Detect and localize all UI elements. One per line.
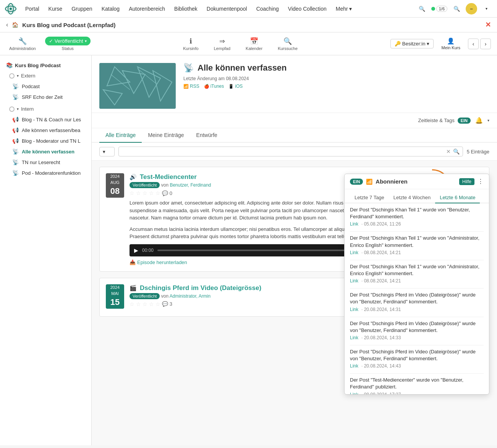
notif-link-5[interactable]: Link	[350, 363, 358, 369]
back-button[interactable]: ‹	[6, 21, 8, 28]
entries-count: 5 Einträge	[467, 149, 489, 155]
administration-button[interactable]: 🔧 Administration	[6, 35, 39, 52]
notif-toggle-pill[interactable]: EIN	[350, 179, 363, 185]
notif-link-1[interactable]: Link	[350, 250, 358, 255]
notif-link-3[interactable]: Link	[350, 307, 358, 312]
post-2-title[interactable]: Dschingis Pferd im Video (Dateigrösse)	[140, 284, 261, 292]
user-avatar[interactable]: –	[466, 3, 477, 15]
post2-star-4[interactable]: ☆	[149, 301, 154, 307]
notif-help-button[interactable]: Hilfe	[459, 178, 474, 185]
itunes-link[interactable]: 🍎 iTunes	[204, 84, 224, 89]
kurssuche-icon: 🔍	[283, 37, 292, 45]
star-3[interactable]: ☆	[142, 190, 147, 196]
podcast-info: 📡 Alle können verfassen Letzte Änderung …	[183, 63, 489, 89]
toggle-switch[interactable]: EIN	[458, 118, 471, 124]
post2-star-1[interactable]: ☆	[130, 301, 134, 307]
status-button[interactable]: ✓ Veröffentlicht ▾ Status	[45, 37, 91, 51]
star-5[interactable]: ☆	[155, 190, 160, 196]
sidebar-section-extern: ▾ Extern 📡 Podcast 📡 SRF Echo der Zeit	[0, 71, 91, 102]
post-1-author-link[interactable]: Benutzer, Ferdinand	[170, 182, 211, 188]
sidebar-item-blog-tn[interactable]: 📢 Blog - TN & Coach nur Les	[0, 114, 91, 125]
notification-item-4: Der Post "Dschingis Pferd im Video (Date…	[350, 320, 484, 340]
sidebar-item-srf[interactable]: 📡 SRF Echo der Zeit	[0, 92, 91, 102]
post-1-status-badge: Veröffentlicht	[130, 182, 160, 188]
notif-link-row-6: Link · 08.08.2024, 17:27	[350, 392, 484, 394]
sidebar-node-extern	[9, 73, 15, 79]
nav-kurse[interactable]: Kurse	[45, 3, 66, 14]
prev-button[interactable]: ‹	[468, 39, 479, 49]
nav-video-collection[interactable]: Video Collection	[284, 3, 330, 14]
clear-icon[interactable]: ✕	[446, 148, 451, 155]
arrow-down-extern: ▾	[17, 74, 19, 78]
nav-gruppen[interactable]: Gruppen	[68, 3, 96, 14]
search-button-2[interactable]: 🔍	[450, 3, 463, 15]
sidebar-item-alle-koennen-verfassen[interactable]: 📡 Alle können verfassen	[0, 146, 91, 157]
nav-bibliothek[interactable]: Bibliothek	[170, 3, 201, 14]
notif-link-row-5: Link · 20.08.2024, 14:43	[350, 363, 484, 369]
time-tab-4weeks[interactable]: Letzte 4 Wochen	[389, 192, 435, 203]
close-button[interactable]: ✕	[485, 21, 491, 29]
nav-mehr[interactable]: Mehr ▾	[332, 3, 356, 14]
notif-more-button[interactable]: ⋮	[478, 178, 484, 185]
notif-link-6[interactable]: Link	[350, 392, 358, 394]
home-icon[interactable]: 🏠	[12, 22, 18, 28]
rolle-button[interactable]: 🔑 Besitzer:in ▾	[390, 39, 434, 48]
notif-link-0[interactable]: Link	[350, 221, 358, 227]
sidebar-alle-koennen-label: Alle können verfassen/bea	[22, 127, 80, 133]
nav-coaching[interactable]: Coaching	[253, 3, 283, 14]
expand-arrow-icon[interactable]: ▾	[487, 118, 489, 122]
nav-portal[interactable]: Portal	[21, 3, 43, 14]
next-button[interactable]: ›	[480, 39, 491, 49]
filter-select[interactable]: ▾	[99, 147, 115, 156]
kalender-button[interactable]: 📅 Kalender	[243, 35, 265, 52]
time-tab-6months[interactable]: Letzte 6 Monate	[435, 192, 480, 203]
post-2-author-link[interactable]: Administrator, Armin	[170, 293, 210, 299]
app-logo[interactable]	[5, 3, 17, 15]
sidebar-root-item[interactable]: 📚 Kurs Blog /Podcast	[0, 60, 91, 71]
post2-star-2[interactable]: ☆	[136, 301, 141, 307]
post2-star-5[interactable]: ☆	[155, 301, 160, 307]
sidebar-toggle-extern[interactable]: ▾ Extern	[0, 71, 91, 81]
notif-link-4[interactable]: Link	[350, 335, 358, 340]
sidebar-item-podcast[interactable]: 📡 Podcast	[0, 81, 91, 92]
sidebar-item-alle-koennen[interactable]: 📢 Alle können verfassen/bea	[0, 125, 91, 135]
key-icon: 🔑	[395, 41, 401, 47]
notif-divider-3	[350, 317, 484, 317]
star-4[interactable]: ☆	[149, 190, 154, 196]
post2-star-3[interactable]: ☆	[142, 301, 147, 307]
bell-button[interactable]: 🔔	[474, 116, 484, 125]
podcast-title-icon: 📡	[183, 63, 194, 73]
kurssuche-button[interactable]: 🔍 Kurssuche	[275, 35, 301, 52]
tab-alle-eintraege[interactable]: Alle Einträge	[99, 128, 142, 143]
time-tab-7days[interactable]: Letzte 7 Tage	[350, 192, 389, 203]
sidebar-blog-mod-label: Blog - Moderator und TN L	[22, 138, 81, 144]
post-1-title[interactable]: Test-Mediencenter	[140, 173, 197, 181]
ios-link[interactable]: 📱 iOS	[228, 84, 243, 89]
search-input[interactable]	[122, 149, 444, 155]
star-1[interactable]: ☆	[130, 190, 134, 196]
notif-text-6: Der Post "Test-Mediencenter" wurde von "…	[350, 377, 484, 390]
notif-text-2: Der Post "Dschingis Khan Teil 1" wurde v…	[350, 263, 484, 277]
search-icon-button[interactable]: 🔍	[416, 3, 428, 15]
tab-entwuerfe[interactable]: Entwürfe	[190, 128, 223, 143]
nav-dokumentenpool[interactable]: Dokumentenpool	[203, 3, 251, 14]
nav-autorenbereich[interactable]: Autorenbereich	[125, 3, 169, 14]
search-icon[interactable]: 🔍	[453, 148, 460, 155]
kursinfo-button[interactable]: ℹ Kursinfo	[180, 35, 201, 52]
rss-icon: 📶	[183, 84, 189, 89]
sidebar-item-tn-nur[interactable]: 📡 TN nur Leserecht	[0, 157, 91, 168]
rss-link[interactable]: 📶 RSS	[183, 84, 199, 89]
sidebar-item-blog-moderator[interactable]: 📢 Blog - Moderator und TN L	[0, 135, 91, 146]
tab-meine-eintraege[interactable]: Meine Einträge	[142, 128, 190, 143]
notif-divider-5	[350, 373, 484, 374]
lernpfad-button[interactable]: ⇒ Lernpfad	[211, 35, 233, 52]
mein-kurs-button[interactable]: 👤 Mein Kurs	[438, 36, 463, 52]
sidebar-item-pod-moderator[interactable]: 📡 Pod - Moderatorenfunktion	[0, 168, 91, 178]
svg-rect-4	[99, 63, 176, 109]
star-2[interactable]: ☆	[136, 190, 141, 196]
notif-link-2[interactable]: Link	[350, 278, 358, 284]
play-button[interactable]: ▶	[134, 247, 138, 253]
sidebar-toggle-intern[interactable]: ▾ Intern	[0, 104, 91, 114]
user-menu-arrow[interactable]: ▾	[480, 3, 492, 15]
nav-katalog[interactable]: Katalog	[98, 3, 123, 14]
